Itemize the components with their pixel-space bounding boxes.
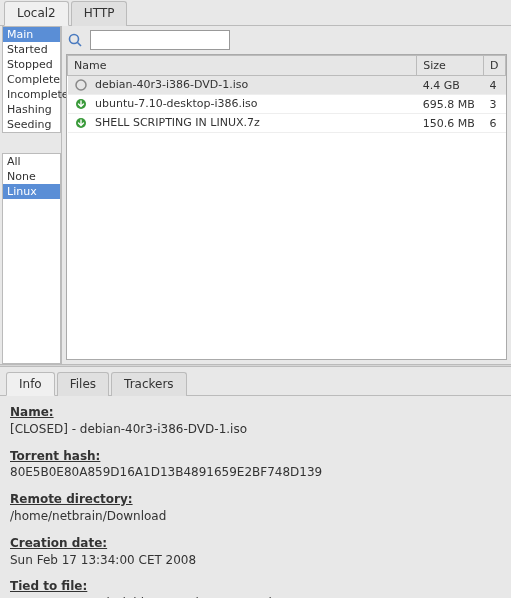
- tag-linux[interactable]: Linux: [3, 184, 60, 199]
- search-input[interactable]: [90, 30, 230, 50]
- status-down-icon: [74, 97, 88, 111]
- state-stopped[interactable]: Stopped: [3, 57, 60, 72]
- info-hash-label: Torrent hash:: [10, 448, 501, 465]
- connection-tabs: Local2 HTTP: [0, 0, 511, 26]
- search-bar: [66, 30, 507, 50]
- state-filter-list: Main Started Stopped Complete Incomplete…: [2, 26, 61, 133]
- torrent-size: 695.8 MB: [417, 95, 484, 114]
- tab-trackers[interactable]: Trackers: [111, 372, 187, 396]
- tag-none[interactable]: None: [3, 169, 60, 184]
- info-dir-label: Remote directory:: [10, 491, 501, 508]
- table-row[interactable]: SHELL SCRIPTING IN LINUX.7z 150.6 MB 6: [68, 114, 506, 133]
- torrent-extra: 4: [483, 76, 505, 95]
- detail-tabs: Info Files Trackers: [0, 367, 511, 396]
- status-down-icon: [74, 116, 88, 130]
- tab-info[interactable]: Info: [6, 372, 55, 396]
- state-started[interactable]: Started: [3, 42, 60, 57]
- tag-all[interactable]: All: [3, 154, 60, 169]
- info-name-value: [CLOSED] - debian-40r3-i386-DVD-1.iso: [10, 421, 501, 438]
- torrent-size: 4.4 GB: [417, 76, 484, 95]
- status-closed-icon: [74, 78, 88, 92]
- info-date-value: Sun Feb 17 13:34:00 CET 2008: [10, 552, 501, 569]
- torrent-name: SHELL SCRIPTING IN LINUX.7z: [95, 116, 260, 129]
- search-icon[interactable]: [66, 31, 84, 49]
- tag-filter-list: All None Linux: [2, 153, 61, 364]
- col-header-name[interactable]: Name: [68, 56, 417, 76]
- tab-http[interactable]: HTTP: [71, 1, 128, 26]
- info-date-label: Creation date:: [10, 535, 501, 552]
- info-pane: Name: [CLOSED] - debian-40r3-i386-DVD-1.…: [0, 396, 511, 598]
- torrent-extra: 6: [483, 114, 505, 133]
- state-hashing[interactable]: Hashing: [3, 102, 60, 117]
- tab-files[interactable]: Files: [57, 372, 109, 396]
- state-main[interactable]: Main: [3, 27, 60, 42]
- info-name-label: Name:: [10, 404, 501, 421]
- state-seeding[interactable]: Seeding: [3, 117, 60, 132]
- svg-line-1: [78, 43, 82, 47]
- torrent-name: debian-40r3-i386-DVD-1.iso: [95, 78, 248, 91]
- state-complete[interactable]: Complete: [3, 72, 60, 87]
- svg-point-2: [76, 80, 86, 90]
- torrent-name: ubuntu-7.10-desktop-i386.iso: [95, 97, 258, 110]
- col-header-size[interactable]: Size: [417, 56, 484, 76]
- info-tied-label: Tied to file:: [10, 578, 501, 595]
- torrent-extra: 3: [483, 95, 505, 114]
- sidebar: Main Started Stopped Complete Incomplete…: [0, 26, 62, 364]
- info-dir-value: /home/netbrain/Download: [10, 508, 501, 525]
- state-incomplete[interactable]: Incomplete: [3, 87, 60, 102]
- table-row[interactable]: debian-40r3-i386-DVD-1.iso 4.4 GB 4: [68, 76, 506, 95]
- table-row[interactable]: ubuntu-7.10-desktop-i386.iso 695.8 MB 3: [68, 95, 506, 114]
- col-header-extra[interactable]: D: [483, 56, 505, 76]
- svg-point-0: [70, 35, 79, 44]
- torrent-table: Name Size D debian-40r3-i386-DVD-1.iso: [66, 54, 507, 360]
- info-hash-value: 80E5B0E80A859D16A1D13B4891659E2BF748D139: [10, 464, 501, 481]
- tab-local[interactable]: Local2: [4, 1, 69, 26]
- torrent-size: 150.6 MB: [417, 114, 484, 133]
